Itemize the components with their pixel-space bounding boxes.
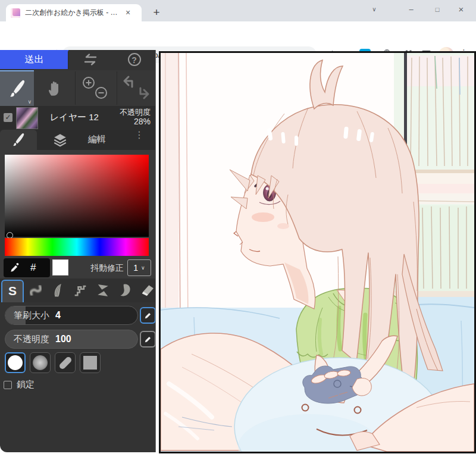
- layer-opacity-value[interactable]: 28%: [134, 117, 151, 126]
- close-button[interactable]: ×: [451, 0, 471, 20]
- help-icon: ?: [128, 53, 141, 66]
- tool-eraser-icon[interactable]: [139, 282, 156, 299]
- tip-square-icon: [83, 356, 97, 370]
- jitter-dropdown[interactable]: 1 ∨: [127, 259, 151, 276]
- tool-fur-brush-icon[interactable]: [49, 282, 66, 299]
- tab-title: 二次創作お絵かき掲示板 - お絵かき: [25, 8, 120, 18]
- tab-bar: 二次創作お絵かき掲示板 - お絵かき × + ∨ – □ ×: [0, 0, 476, 21]
- brush-size-edit-button[interactable]: [140, 307, 156, 324]
- opacity-slider[interactable]: 不透明度 100: [5, 330, 138, 349]
- tab-close-icon[interactable]: ×: [123, 8, 133, 18]
- layer-visibility-checkbox[interactable]: ✓: [4, 113, 12, 122]
- artwork: [161, 53, 474, 452]
- drawing-canvas[interactable]: [159, 51, 476, 453]
- dropdown-chevron-icon: ∨: [141, 265, 145, 271]
- lock-label: 鎖定: [17, 379, 35, 390]
- hand-icon: [46, 79, 63, 97]
- hue-bar[interactable]: [5, 238, 149, 256]
- opacity-value: 100: [55, 334, 71, 345]
- brush-tab-icon: [11, 132, 26, 148]
- navigation-bar: paintbbs.sakura.ne.jp/oeb/cgi/hanken/ ☆ …: [0, 21, 476, 45]
- brush-size-label: 筆刷大小: [14, 310, 49, 321]
- tool-pen-s[interactable]: S: [1, 280, 24, 302]
- tab-layers[interactable]: [52, 132, 68, 150]
- zoom-tool-group: [75, 70, 117, 106]
- brush-tip-circle-button[interactable]: [5, 352, 26, 373]
- swap-colors-button[interactable]: [68, 50, 112, 69]
- pen-edit-icon: [144, 335, 152, 343]
- minimize-button[interactable]: –: [401, 0, 421, 20]
- current-color-swatch[interactable]: [52, 259, 68, 276]
- tab-search-icon[interactable]: ∨: [364, 0, 384, 20]
- layers-icon: [52, 132, 68, 148]
- saturation-value-box[interactable]: [5, 155, 149, 237]
- hex-input-button[interactable]: #: [30, 262, 36, 274]
- panel-menu-icon[interactable]: ⋮: [134, 132, 142, 137]
- jitter-value: 1: [133, 263, 138, 273]
- undo-icon[interactable]: [124, 77, 132, 87]
- brush-size-value: 4: [55, 310, 61, 321]
- brush-icon: [8, 79, 26, 99]
- browser-window: 二次創作お絵かき掲示板 - お絵かき × + ∨ – □ × paintbbs.…: [0, 0, 476, 457]
- brush-dropdown-chevron: ∨: [27, 99, 32, 105]
- layer-name[interactable]: レイヤー 12: [50, 112, 99, 123]
- lock-checkbox[interactable]: [4, 381, 12, 389]
- favicon-icon: [11, 8, 20, 18]
- opacity-label: 不透明度: [14, 334, 49, 345]
- tool-button-row: ∨: [0, 70, 156, 106]
- new-tab-button[interactable]: +: [149, 5, 164, 21]
- maximize-button[interactable]: □: [427, 0, 447, 20]
- brush-tip-square-button[interactable]: [80, 352, 101, 373]
- browser-tab[interactable]: 二次創作お絵かき掲示板 - お絵かき ×: [6, 4, 142, 21]
- color-input-group: #: [4, 258, 50, 277]
- brush-size-slider[interactable]: 筆刷大小 4: [5, 306, 138, 325]
- jitter-label: 抖動修正: [90, 263, 124, 274]
- eyedropper-icon[interactable]: [9, 262, 21, 274]
- brush-type-strip: S: [0, 278, 156, 302]
- swap-arrows-icon: [82, 52, 99, 67]
- hand-tool-button[interactable]: [34, 70, 75, 106]
- tab-brush[interactable]: [0, 130, 37, 150]
- tool-marker-icon[interactable]: [117, 282, 133, 299]
- tool-pixel-pen-icon[interactable]: [72, 282, 89, 299]
- tip-solid-circle-icon: [8, 355, 23, 370]
- zoom-in-icon[interactable]: [83, 77, 94, 88]
- tab-edit[interactable]: 編輯: [88, 134, 106, 145]
- paint-tool-panel: 送出 ? ∨: [0, 50, 156, 452]
- color-picker: # 抖動修正 1 ∨: [0, 150, 156, 278]
- undo-redo-group: [117, 70, 156, 106]
- tool-soft-brush-icon[interactable]: [27, 282, 44, 299]
- brush-tip-noise-button[interactable]: [30, 352, 51, 373]
- tool-ribbon-icon[interactable]: [95, 282, 111, 299]
- opacity-edit-button[interactable]: [140, 331, 156, 348]
- redo-icon[interactable]: [140, 88, 148, 98]
- color-controls-row: # 抖動修正 1 ∨: [0, 258, 156, 278]
- pen-edit-icon: [144, 311, 152, 320]
- brush-tool-button[interactable]: ∨: [0, 70, 34, 106]
- tip-diagonal-stroke-icon: [58, 355, 72, 370]
- layer-thumbnail[interactable]: [16, 107, 38, 129]
- help-button[interactable]: ?: [112, 50, 156, 69]
- submit-button[interactable]: 送出: [0, 50, 68, 69]
- tip-noise-circle-icon: [33, 355, 48, 370]
- brush-tip-stroke-button[interactable]: [55, 352, 76, 373]
- zoom-out-icon[interactable]: [96, 87, 107, 98]
